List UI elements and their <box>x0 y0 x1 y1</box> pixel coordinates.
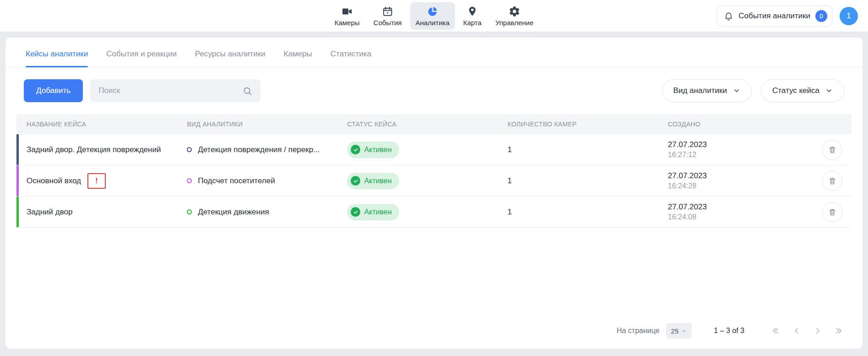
topbar: Камеры События Аналитика Карта Управлени <box>0 0 868 32</box>
bell-icon <box>724 11 733 21</box>
created-cell: 27.07.2023 16:27:12 <box>658 140 813 159</box>
nav-events[interactable]: События <box>368 2 407 30</box>
col-header-case-name: НАЗВАНИЕ КЕЙСА <box>16 120 177 128</box>
nav-label: Аналитика <box>416 19 450 27</box>
status-badge: Активен <box>347 142 399 158</box>
analytics-type-cell: Детекция движения <box>177 208 337 217</box>
analytics-type-cell: Детекция повреждения / перекр... <box>177 145 337 154</box>
case-name-cell: Задний двор <box>16 208 177 217</box>
add-case-button[interactable]: Добавить <box>24 79 83 102</box>
table-row[interactable]: Задний двор Детекция движения Активен 1 … <box>16 197 852 228</box>
events-count-badge: 0 <box>815 10 827 22</box>
nav-cameras[interactable]: Камеры <box>329 2 365 30</box>
table-header-row: НАЗВАНИЕ КЕЙСА ВИД АНАЛИТИКИ СТАТУС КЕЙС… <box>16 114 852 134</box>
check-circle-icon <box>351 176 360 186</box>
nav-analytics[interactable]: Аналитика <box>410 2 455 30</box>
tab-cameras[interactable]: Камеры <box>284 49 312 67</box>
prev-page-button[interactable] <box>792 326 801 335</box>
analytics-type-cell: Подсчет посетителей <box>177 176 337 186</box>
created-date: 27.07.2023 <box>668 140 813 149</box>
chevron-down-icon <box>733 87 740 94</box>
analytics-events-label: События аналитики <box>738 11 810 21</box>
nav-map[interactable]: Карта <box>458 2 487 30</box>
tab-analytics-cases[interactable]: Кейсы аналитики <box>26 49 88 67</box>
actions-cell <box>813 202 852 222</box>
search-field <box>90 79 260 102</box>
case-status-filter-label: Статус кейса <box>772 86 819 95</box>
actions-cell <box>813 171 852 191</box>
tab-analytics-resources[interactable]: Ресурсы аналитики <box>195 49 266 67</box>
search-icon <box>243 86 252 96</box>
last-page-button[interactable] <box>834 326 843 335</box>
pagination: На странице 25 1 – 3 of 3 <box>5 323 863 349</box>
filters: Вид аналитики Статус кейса <box>662 79 844 102</box>
analytics-type: Подсчет посетителей <box>198 176 275 186</box>
nav-management[interactable]: Управление <box>490 2 539 30</box>
per-page-value: 25 <box>671 327 679 335</box>
search-input[interactable] <box>98 86 243 95</box>
check-circle-icon <box>351 145 360 154</box>
pager-controls <box>771 326 843 335</box>
status-text: Активен <box>364 146 391 154</box>
toolbar: Добавить Вид аналитики Статус кейса <box>5 67 863 102</box>
chevron-down-icon <box>825 87 833 94</box>
first-page-button[interactable] <box>771 326 780 335</box>
analytics-type-filter-label: Вид аналитики <box>673 86 727 95</box>
created-time: 16:24:08 <box>668 213 813 221</box>
table-row[interactable]: Основной вход ! Подсчет посетителей Акти… <box>16 165 852 197</box>
tab-statistics[interactable]: Статистика <box>331 49 371 67</box>
status-text: Активен <box>364 177 391 185</box>
analytics-type: Детекция движения <box>198 208 269 217</box>
table-row[interactable]: Задний двор. Детекция повреждений Детекц… <box>16 134 852 165</box>
status-badge: Активен <box>347 204 399 220</box>
cases-table: НАЗВАНИЕ КЕЙСА ВИД АНАЛИТИКИ СТАТУС КЕЙС… <box>16 114 852 228</box>
per-page-select[interactable]: 25 <box>666 323 692 339</box>
nav-label: Камеры <box>335 19 360 27</box>
case-name: Задний двор <box>27 208 72 217</box>
camera-count: 1 <box>498 208 658 217</box>
gear-icon <box>509 5 521 17</box>
analytics-events-button[interactable]: События аналитики 0 <box>717 5 832 27</box>
delete-case-button[interactable] <box>822 202 842 222</box>
case-status-cell: Активен <box>337 142 497 158</box>
created-time: 16:27:12 <box>668 151 813 159</box>
case-status-filter[interactable]: Статус кейса <box>761 79 844 102</box>
next-page-button[interactable] <box>813 326 822 335</box>
created-cell: 27.07.2023 16:24:08 <box>658 203 813 221</box>
tab-events-reactions[interactable]: События и реакции <box>106 49 177 67</box>
actions-cell <box>813 140 852 160</box>
created-cell: 27.07.2023 16:24:28 <box>658 171 813 190</box>
case-name-cell: Задний двор. Детекция повреждений <box>16 145 177 154</box>
case-status-cell: Активен <box>337 173 497 189</box>
col-header-camera-count: КОЛИЧЕСТВО КАМЕР <box>498 120 658 128</box>
nav-label: Управление <box>495 19 533 27</box>
page-range: 1 – 3 of 3 <box>714 327 744 335</box>
check-circle-icon <box>351 207 360 217</box>
user-avatar[interactable]: 1 <box>840 7 858 25</box>
per-page-label: На странице <box>617 327 660 335</box>
created-date: 27.07.2023 <box>668 203 813 212</box>
main-nav: Камеры События Аналитика Карта Управлени <box>329 0 539 32</box>
analytics-pie-icon <box>427 5 439 17</box>
topbar-right: События аналитики 0 1 <box>717 0 858 32</box>
nav-label: Карта <box>463 19 482 27</box>
error-alert-indicator[interactable]: ! <box>87 173 106 189</box>
case-name-cell: Основной вход ! <box>16 173 177 189</box>
case-name: Задний двор. Детекция повреждений <box>27 145 161 154</box>
delete-case-button[interactable] <box>822 140 842 160</box>
case-name: Основной вход <box>27 176 81 186</box>
created-time: 16:24:28 <box>668 182 813 190</box>
camera-count: 1 <box>498 145 658 154</box>
analytics-tabs: Кейсы аналитики События и реакции Ресурс… <box>5 38 863 67</box>
case-status-cell: Активен <box>337 204 497 220</box>
status-badge: Активен <box>347 173 399 189</box>
analytics-card: Кейсы аналитики События и реакции Ресурс… <box>5 38 863 349</box>
camera-icon <box>341 5 353 17</box>
analytics-type-dot-icon <box>187 209 192 214</box>
col-header-created: СОЗДАНО <box>658 120 813 128</box>
analytics-type-dot-icon <box>187 178 192 183</box>
analytics-type-dot-icon <box>187 147 192 152</box>
analytics-type-filter[interactable]: Вид аналитики <box>662 79 752 102</box>
delete-case-button[interactable] <box>822 171 842 191</box>
status-text: Активен <box>364 208 391 216</box>
